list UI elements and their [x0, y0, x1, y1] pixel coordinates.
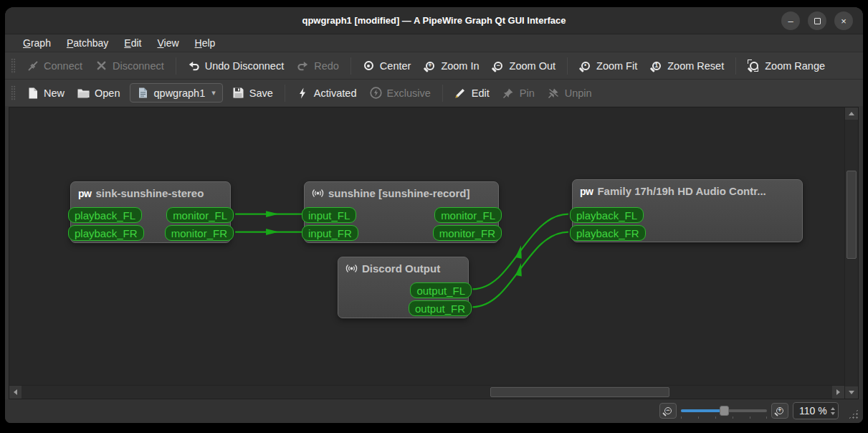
vertical-scrollbar-thumb[interactable] [846, 171, 857, 259]
close-button[interactable]: × [834, 11, 853, 30]
node-discord-output[interactable]: Discord Output output_FL output_FR [338, 257, 469, 318]
node-family-hd-audio[interactable]: pw Family 17h/19h HD Audio Contr... play… [572, 179, 803, 242]
port-output-fl[interactable]: output_FL [410, 282, 472, 298]
node-sink-sunshine-stereo[interactable]: pw sink-sunshine-stereo playback_FL play… [70, 181, 231, 243]
toolbar-drag-handle[interactable] [11, 85, 16, 101]
zoom-range-icon [748, 60, 760, 72]
exclusive-button[interactable]: Exclusive [363, 82, 437, 103]
pencil-icon [454, 87, 467, 99]
window-titlebar[interactable]: qpwgraph1 [modified] — A PipeWire Graph … [5, 7, 863, 34]
toolbar-separator [442, 85, 443, 102]
window-controls: – × [781, 11, 853, 30]
port-playback-fl[interactable]: playback_FL [570, 207, 644, 223]
unpin-button[interactable]: Unpin [541, 82, 598, 103]
stream-icon [312, 187, 324, 199]
zoom-reset-icon: 1 [650, 60, 662, 72]
menu-edit[interactable]: Edit [118, 36, 148, 50]
stream-icon [345, 262, 358, 275]
zoom-out-button[interactable]: − Zoom Out [486, 55, 562, 76]
menu-help[interactable]: Help [189, 36, 222, 50]
zoom-out-icon: − [492, 60, 505, 72]
horizontal-scrollbar-thumb[interactable] [490, 387, 669, 397]
zoom-range-button[interactable]: Zoom Range [741, 55, 831, 76]
zoom-slider[interactable] [681, 403, 767, 419]
horizontal-scrollbar[interactable] [9, 385, 844, 399]
connections-layer [9, 108, 844, 385]
node-title: sunshine [sunshine-record] [328, 187, 470, 199]
port-playback-fr[interactable]: playback_FR [570, 225, 646, 241]
status-zoom-out-button[interactable]: − [659, 403, 677, 419]
zoom-in-icon: + [776, 407, 783, 414]
port-monitor-fr[interactable]: monitor_FR [165, 225, 234, 241]
port-input-fr[interactable]: input_FR [302, 225, 358, 241]
toolbar-separator [735, 57, 736, 75]
open-button[interactable]: Open [71, 82, 126, 103]
new-file-icon [27, 87, 39, 99]
zoom-fit-icon: • [579, 60, 591, 72]
arrow-right-icon [836, 389, 840, 395]
patchbay-file-icon [137, 87, 149, 99]
node-title: Family 17h/19h HD Audio Contr... [597, 185, 766, 197]
scroll-right-button[interactable] [832, 386, 844, 399]
port-playback-fr[interactable]: playback_FR [68, 225, 144, 241]
graph-toolbar: Connect Disconnect Undo Disconnect Redo [5, 52, 863, 79]
maximize-icon [814, 18, 821, 24]
chevron-down-icon: ▾ [211, 88, 216, 97]
toolbar-drag-handle[interactable] [11, 58, 16, 74]
spin-down-icon[interactable] [831, 412, 835, 415]
menu-graph[interactable]: Graph [16, 36, 57, 50]
zoom-slider-thumb[interactable] [720, 406, 729, 416]
spin-up-icon[interactable] [831, 407, 835, 410]
zoom-in-icon: + [424, 60, 436, 72]
center-button[interactable]: Center [356, 55, 418, 76]
graph-canvas[interactable]: pw sink-sunshine-stereo playback_FL play… [9, 108, 844, 385]
zoom-cluster: − + 110 % [659, 402, 839, 419]
port-monitor-fl[interactable]: monitor_FL [166, 207, 234, 223]
redo-button[interactable]: Redo [290, 55, 345, 76]
node-sunshine[interactable]: sunshine [sunshine-record] input_FL inpu… [304, 181, 499, 243]
minimize-icon: – [788, 16, 793, 27]
status-zoom-in-button[interactable]: + [771, 403, 788, 419]
toolbar-separator [567, 57, 568, 75]
new-button[interactable]: New [20, 82, 71, 103]
center-icon [363, 60, 375, 72]
zoom-spinbox[interactable]: 110 % [793, 402, 839, 419]
toolbar-separator [350, 57, 351, 75]
node-title: sink-sunshine-stereo [95, 187, 204, 199]
port-monitor-fl[interactable]: monitor_FL [434, 207, 502, 223]
activated-button[interactable]: Activated [290, 82, 363, 103]
scroll-left-button[interactable] [9, 386, 22, 399]
save-button[interactable]: Save [226, 82, 280, 103]
disconnect-button[interactable]: Disconnect [89, 55, 171, 76]
port-input-fl[interactable]: input_FL [302, 207, 356, 223]
zoom-reset-button[interactable]: 1 Zoom Reset [644, 55, 730, 76]
menu-patchbay[interactable]: Patchbay [60, 36, 115, 50]
node-title: Discord Output [362, 262, 440, 275]
scroll-up-button[interactable] [845, 108, 858, 120]
pin-button[interactable]: Pin [496, 82, 541, 103]
patchbay-select[interactable]: qpwgraph1 ▾ [130, 83, 223, 103]
undo-disconnect-button[interactable]: Undo Disconnect [181, 55, 290, 76]
connect-button[interactable]: Connect [20, 55, 89, 76]
vertical-scrollbar[interactable] [844, 108, 858, 399]
redo-icon [297, 60, 309, 72]
graph-view: pw sink-sunshine-stereo playback_FL play… [9, 107, 859, 399]
edit-button[interactable]: Edit [448, 82, 496, 103]
arrow-left-icon [14, 389, 17, 395]
statusbar: − + 110 % [5, 399, 863, 423]
port-monitor-fr[interactable]: monitor_FR [433, 225, 502, 241]
zoom-fit-button[interactable]: • Zoom Fit [573, 55, 644, 76]
zoom-out-icon: − [664, 407, 672, 414]
port-playback-fl[interactable]: playback_FL [68, 207, 142, 223]
patchbay-select-value: qpwgraph1 [154, 87, 206, 99]
zoom-slider-fill [681, 409, 724, 412]
scroll-down-button[interactable] [845, 386, 858, 399]
maximize-button[interactable] [808, 11, 826, 30]
port-output-fr[interactable]: output_FR [409, 300, 472, 316]
zoom-in-button[interactable]: + Zoom In [417, 55, 485, 76]
resize-grip[interactable] [848, 409, 859, 419]
menu-view[interactable]: View [151, 36, 185, 50]
toolbar-separator [285, 85, 285, 102]
minimize-button[interactable]: – [781, 11, 800, 30]
connection-arrow [266, 211, 279, 217]
